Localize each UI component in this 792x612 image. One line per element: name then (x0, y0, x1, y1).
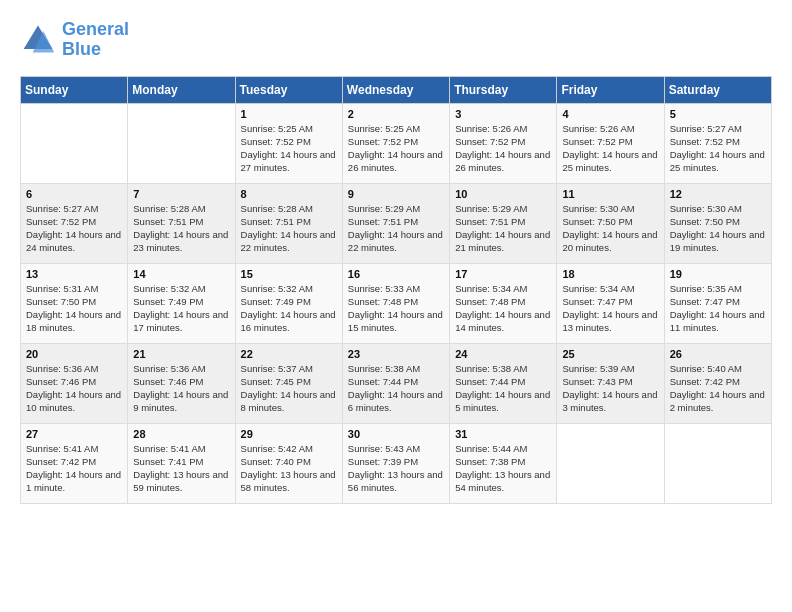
calendar-cell: 24Sunrise: 5:38 AMSunset: 7:44 PMDayligh… (450, 343, 557, 423)
weekday-header: Monday (128, 76, 235, 103)
day-number: 20 (26, 348, 122, 360)
day-number: 10 (455, 188, 551, 200)
calendar-cell: 1Sunrise: 5:25 AMSunset: 7:52 PMDaylight… (235, 103, 342, 183)
day-number: 28 (133, 428, 229, 440)
day-info: Sunrise: 5:29 AMSunset: 7:51 PMDaylight:… (455, 202, 551, 255)
day-info: Sunrise: 5:26 AMSunset: 7:52 PMDaylight:… (455, 122, 551, 175)
day-info: Sunrise: 5:30 AMSunset: 7:50 PMDaylight:… (562, 202, 658, 255)
day-info: Sunrise: 5:41 AMSunset: 7:42 PMDaylight:… (26, 442, 122, 495)
day-number: 9 (348, 188, 444, 200)
calendar-table: SundayMondayTuesdayWednesdayThursdayFrid… (20, 76, 772, 504)
calendar-cell: 18Sunrise: 5:34 AMSunset: 7:47 PMDayligh… (557, 263, 664, 343)
calendar-header-row: SundayMondayTuesdayWednesdayThursdayFrid… (21, 76, 772, 103)
calendar-cell: 19Sunrise: 5:35 AMSunset: 7:47 PMDayligh… (664, 263, 771, 343)
day-info: Sunrise: 5:38 AMSunset: 7:44 PMDaylight:… (348, 362, 444, 415)
weekday-header: Tuesday (235, 76, 342, 103)
day-info: Sunrise: 5:36 AMSunset: 7:46 PMDaylight:… (133, 362, 229, 415)
day-number: 8 (241, 188, 337, 200)
calendar-week-row: 13Sunrise: 5:31 AMSunset: 7:50 PMDayligh… (21, 263, 772, 343)
calendar-cell: 26Sunrise: 5:40 AMSunset: 7:42 PMDayligh… (664, 343, 771, 423)
calendar-cell: 5Sunrise: 5:27 AMSunset: 7:52 PMDaylight… (664, 103, 771, 183)
day-info: Sunrise: 5:35 AMSunset: 7:47 PMDaylight:… (670, 282, 766, 335)
day-number: 2 (348, 108, 444, 120)
calendar-cell: 27Sunrise: 5:41 AMSunset: 7:42 PMDayligh… (21, 423, 128, 503)
calendar-cell: 11Sunrise: 5:30 AMSunset: 7:50 PMDayligh… (557, 183, 664, 263)
day-number: 21 (133, 348, 229, 360)
calendar-cell: 13Sunrise: 5:31 AMSunset: 7:50 PMDayligh… (21, 263, 128, 343)
calendar-week-row: 1Sunrise: 5:25 AMSunset: 7:52 PMDaylight… (21, 103, 772, 183)
day-info: Sunrise: 5:28 AMSunset: 7:51 PMDaylight:… (133, 202, 229, 255)
day-number: 14 (133, 268, 229, 280)
day-number: 24 (455, 348, 551, 360)
day-number: 7 (133, 188, 229, 200)
day-info: Sunrise: 5:38 AMSunset: 7:44 PMDaylight:… (455, 362, 551, 415)
day-info: Sunrise: 5:28 AMSunset: 7:51 PMDaylight:… (241, 202, 337, 255)
day-number: 31 (455, 428, 551, 440)
day-number: 3 (455, 108, 551, 120)
logo-icon (20, 22, 56, 58)
day-number: 26 (670, 348, 766, 360)
day-number: 5 (670, 108, 766, 120)
calendar-cell (664, 423, 771, 503)
calendar-cell: 14Sunrise: 5:32 AMSunset: 7:49 PMDayligh… (128, 263, 235, 343)
day-number: 16 (348, 268, 444, 280)
calendar-cell: 23Sunrise: 5:38 AMSunset: 7:44 PMDayligh… (342, 343, 449, 423)
day-number: 18 (562, 268, 658, 280)
calendar-week-row: 6Sunrise: 5:27 AMSunset: 7:52 PMDaylight… (21, 183, 772, 263)
day-number: 4 (562, 108, 658, 120)
day-number: 25 (562, 348, 658, 360)
day-info: Sunrise: 5:29 AMSunset: 7:51 PMDaylight:… (348, 202, 444, 255)
calendar-cell: 8Sunrise: 5:28 AMSunset: 7:51 PMDaylight… (235, 183, 342, 263)
day-number: 12 (670, 188, 766, 200)
calendar-cell: 21Sunrise: 5:36 AMSunset: 7:46 PMDayligh… (128, 343, 235, 423)
calendar-cell (21, 103, 128, 183)
day-info: Sunrise: 5:32 AMSunset: 7:49 PMDaylight:… (241, 282, 337, 335)
calendar-cell: 20Sunrise: 5:36 AMSunset: 7:46 PMDayligh… (21, 343, 128, 423)
day-info: Sunrise: 5:37 AMSunset: 7:45 PMDaylight:… (241, 362, 337, 415)
calendar-body: 1Sunrise: 5:25 AMSunset: 7:52 PMDaylight… (21, 103, 772, 503)
day-number: 19 (670, 268, 766, 280)
calendar-cell: 31Sunrise: 5:44 AMSunset: 7:38 PMDayligh… (450, 423, 557, 503)
calendar-cell: 2Sunrise: 5:25 AMSunset: 7:52 PMDaylight… (342, 103, 449, 183)
calendar-cell: 10Sunrise: 5:29 AMSunset: 7:51 PMDayligh… (450, 183, 557, 263)
day-number: 1 (241, 108, 337, 120)
calendar-cell: 7Sunrise: 5:28 AMSunset: 7:51 PMDaylight… (128, 183, 235, 263)
day-info: Sunrise: 5:32 AMSunset: 7:49 PMDaylight:… (133, 282, 229, 335)
calendar-cell: 6Sunrise: 5:27 AMSunset: 7:52 PMDaylight… (21, 183, 128, 263)
weekday-header: Sunday (21, 76, 128, 103)
calendar-cell: 28Sunrise: 5:41 AMSunset: 7:41 PMDayligh… (128, 423, 235, 503)
day-number: 13 (26, 268, 122, 280)
day-number: 17 (455, 268, 551, 280)
day-info: Sunrise: 5:33 AMSunset: 7:48 PMDaylight:… (348, 282, 444, 335)
day-info: Sunrise: 5:30 AMSunset: 7:50 PMDaylight:… (670, 202, 766, 255)
day-info: Sunrise: 5:40 AMSunset: 7:42 PMDaylight:… (670, 362, 766, 415)
calendar-week-row: 27Sunrise: 5:41 AMSunset: 7:42 PMDayligh… (21, 423, 772, 503)
day-info: Sunrise: 5:41 AMSunset: 7:41 PMDaylight:… (133, 442, 229, 495)
calendar-cell: 4Sunrise: 5:26 AMSunset: 7:52 PMDaylight… (557, 103, 664, 183)
day-info: Sunrise: 5:26 AMSunset: 7:52 PMDaylight:… (562, 122, 658, 175)
calendar-cell: 3Sunrise: 5:26 AMSunset: 7:52 PMDaylight… (450, 103, 557, 183)
day-info: Sunrise: 5:34 AMSunset: 7:48 PMDaylight:… (455, 282, 551, 335)
weekday-header: Wednesday (342, 76, 449, 103)
day-info: Sunrise: 5:25 AMSunset: 7:52 PMDaylight:… (348, 122, 444, 175)
weekday-header: Friday (557, 76, 664, 103)
day-info: Sunrise: 5:25 AMSunset: 7:52 PMDaylight:… (241, 122, 337, 175)
calendar-cell: 17Sunrise: 5:34 AMSunset: 7:48 PMDayligh… (450, 263, 557, 343)
day-info: Sunrise: 5:43 AMSunset: 7:39 PMDaylight:… (348, 442, 444, 495)
day-number: 6 (26, 188, 122, 200)
day-info: Sunrise: 5:36 AMSunset: 7:46 PMDaylight:… (26, 362, 122, 415)
day-info: Sunrise: 5:39 AMSunset: 7:43 PMDaylight:… (562, 362, 658, 415)
day-number: 27 (26, 428, 122, 440)
weekday-header: Saturday (664, 76, 771, 103)
calendar-cell: 30Sunrise: 5:43 AMSunset: 7:39 PMDayligh… (342, 423, 449, 503)
day-number: 22 (241, 348, 337, 360)
day-number: 30 (348, 428, 444, 440)
day-number: 29 (241, 428, 337, 440)
logo: General Blue (20, 20, 129, 60)
calendar-cell: 16Sunrise: 5:33 AMSunset: 7:48 PMDayligh… (342, 263, 449, 343)
calendar-cell (557, 423, 664, 503)
day-info: Sunrise: 5:27 AMSunset: 7:52 PMDaylight:… (26, 202, 122, 255)
page-header: General Blue (20, 20, 772, 60)
day-number: 11 (562, 188, 658, 200)
calendar-week-row: 20Sunrise: 5:36 AMSunset: 7:46 PMDayligh… (21, 343, 772, 423)
